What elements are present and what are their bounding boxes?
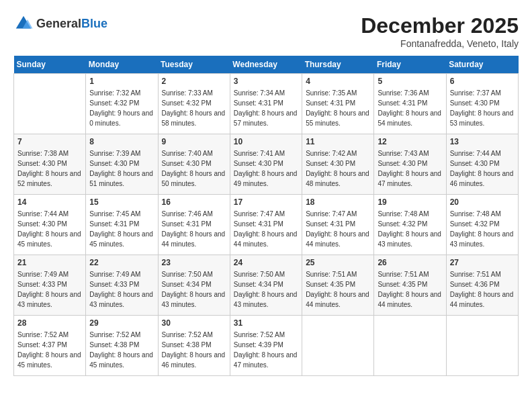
week-row-5: 28Sunrise: 7:52 AMSunset: 4:37 PMDayligh…: [14, 316, 519, 376]
day-number: 12: [378, 137, 442, 146]
col-tuesday: Tuesday: [158, 56, 230, 74]
day-number: 2: [162, 77, 226, 86]
cell-info: Sunrise: 7:51 AMSunset: 4:35 PMDaylight:…: [378, 269, 442, 310]
header-row: Sunday Monday Tuesday Wednesday Thursday…: [14, 56, 519, 74]
calendar-cell: 7Sunrise: 7:38 AMSunset: 4:30 PMDaylight…: [14, 134, 86, 195]
calendar-cell: [446, 316, 518, 376]
week-row-4: 21Sunrise: 7:49 AMSunset: 4:33 PMDayligh…: [14, 255, 519, 316]
cell-info: Sunrise: 7:32 AMSunset: 4:32 PMDaylight:…: [89, 88, 154, 128]
calendar-cell: 26Sunrise: 7:51 AMSunset: 4:35 PMDayligh…: [374, 255, 446, 316]
month-title: December 2025: [361, 13, 519, 38]
calendar-cell: 2Sunrise: 7:33 AMSunset: 4:32 PMDaylight…: [158, 74, 230, 134]
col-thursday: Thursday: [302, 56, 374, 74]
calendar-cell: 20Sunrise: 7:48 AMSunset: 4:32 PMDayligh…: [446, 195, 518, 255]
col-wednesday: Wednesday: [230, 56, 302, 74]
day-number: 6: [450, 77, 515, 86]
logo: GeneralBlue: [13, 13, 107, 34]
cell-info: Sunrise: 7:50 AMSunset: 4:34 PMDaylight:…: [234, 269, 298, 310]
day-number: 10: [234, 137, 298, 146]
day-number: 23: [162, 258, 226, 267]
cell-info: Sunrise: 7:48 AMSunset: 4:32 PMDaylight:…: [378, 209, 442, 249]
logo-icon: [13, 13, 34, 34]
day-number: 9: [162, 137, 226, 146]
day-number: 30: [162, 318, 226, 328]
calendar-cell: 31Sunrise: 7:52 AMSunset: 4:39 PMDayligh…: [230, 316, 302, 376]
calendar-cell: 25Sunrise: 7:51 AMSunset: 4:35 PMDayligh…: [302, 255, 374, 316]
day-number: 17: [234, 197, 298, 207]
day-number: 8: [89, 137, 154, 146]
cell-info: Sunrise: 7:40 AMSunset: 4:30 PMDaylight:…: [162, 148, 226, 189]
day-number: 31: [234, 318, 298, 328]
day-number: 14: [17, 197, 82, 207]
calendar-cell: 24Sunrise: 7:50 AMSunset: 4:34 PMDayligh…: [230, 255, 302, 316]
calendar-cell: 1Sunrise: 7:32 AMSunset: 4:32 PMDaylight…: [86, 74, 158, 134]
calendar-cell: 10Sunrise: 7:41 AMSunset: 4:30 PMDayligh…: [230, 134, 302, 195]
calendar-cell: 6Sunrise: 7:37 AMSunset: 4:30 PMDaylight…: [446, 74, 518, 134]
cell-info: Sunrise: 7:36 AMSunset: 4:31 PMDaylight:…: [378, 88, 442, 128]
col-monday: Monday: [86, 56, 158, 74]
calendar-cell: 17Sunrise: 7:47 AMSunset: 4:31 PMDayligh…: [230, 195, 302, 255]
cell-info: Sunrise: 7:49 AMSunset: 4:33 PMDaylight:…: [89, 269, 154, 310]
calendar-cell: 16Sunrise: 7:46 AMSunset: 4:31 PMDayligh…: [158, 195, 230, 255]
cell-info: Sunrise: 7:50 AMSunset: 4:34 PMDaylight:…: [162, 269, 226, 310]
calendar-cell: 13Sunrise: 7:44 AMSunset: 4:30 PMDayligh…: [446, 134, 518, 195]
calendar-cell: [302, 316, 374, 376]
cell-info: Sunrise: 7:37 AMSunset: 4:30 PMDaylight:…: [450, 88, 515, 128]
location-title: Fontanafredda, Veneto, Italy: [361, 38, 519, 49]
day-number: 24: [234, 258, 298, 267]
calendar-cell: 23Sunrise: 7:50 AMSunset: 4:34 PMDayligh…: [158, 255, 230, 316]
day-number: 25: [306, 258, 370, 267]
calendar-cell: 11Sunrise: 7:42 AMSunset: 4:30 PMDayligh…: [302, 134, 374, 195]
calendar-cell: 22Sunrise: 7:49 AMSunset: 4:33 PMDayligh…: [86, 255, 158, 316]
calendar-cell: 8Sunrise: 7:39 AMSunset: 4:30 PMDaylight…: [86, 134, 158, 195]
day-number: 5: [378, 77, 442, 86]
calendar-cell: 21Sunrise: 7:49 AMSunset: 4:33 PMDayligh…: [14, 255, 86, 316]
cell-info: Sunrise: 7:49 AMSunset: 4:33 PMDaylight:…: [17, 269, 82, 310]
week-row-2: 7Sunrise: 7:38 AMSunset: 4:30 PMDaylight…: [14, 134, 519, 195]
calendar-cell: 4Sunrise: 7:35 AMSunset: 4:31 PMDaylight…: [302, 74, 374, 134]
calendar-cell: 15Sunrise: 7:45 AMSunset: 4:31 PMDayligh…: [86, 195, 158, 255]
cell-info: Sunrise: 7:42 AMSunset: 4:30 PMDaylight:…: [306, 148, 370, 189]
logo-general: General: [36, 17, 81, 30]
cell-info: Sunrise: 7:39 AMSunset: 4:30 PMDaylight:…: [89, 148, 154, 189]
day-number: 13: [450, 137, 515, 146]
cell-info: Sunrise: 7:44 AMSunset: 4:30 PMDaylight:…: [450, 148, 515, 189]
calendar-cell: [14, 74, 86, 134]
calendar-cell: 27Sunrise: 7:51 AMSunset: 4:36 PMDayligh…: [446, 255, 518, 316]
day-number: 29: [89, 318, 154, 328]
cell-info: Sunrise: 7:52 AMSunset: 4:37 PMDaylight:…: [17, 330, 82, 370]
cell-info: Sunrise: 7:46 AMSunset: 4:31 PMDaylight:…: [162, 209, 226, 249]
day-number: 27: [450, 258, 515, 267]
cell-info: Sunrise: 7:35 AMSunset: 4:31 PMDaylight:…: [306, 88, 370, 128]
cell-info: Sunrise: 7:52 AMSunset: 4:39 PMDaylight:…: [234, 330, 298, 370]
day-number: 22: [89, 258, 154, 267]
calendar-cell: 18Sunrise: 7:47 AMSunset: 4:31 PMDayligh…: [302, 195, 374, 255]
day-number: 26: [378, 258, 442, 267]
cell-info: Sunrise: 7:38 AMSunset: 4:30 PMDaylight:…: [17, 148, 82, 189]
day-number: 7: [17, 137, 82, 146]
cell-info: Sunrise: 7:41 AMSunset: 4:30 PMDaylight:…: [234, 148, 298, 189]
calendar-cell: [374, 316, 446, 376]
calendar-cell: 3Sunrise: 7:34 AMSunset: 4:31 PMDaylight…: [230, 74, 302, 134]
week-row-1: 1Sunrise: 7:32 AMSunset: 4:32 PMDaylight…: [14, 74, 519, 134]
calendar-cell: 29Sunrise: 7:52 AMSunset: 4:38 PMDayligh…: [86, 316, 158, 376]
calendar-cell: 30Sunrise: 7:52 AMSunset: 4:38 PMDayligh…: [158, 316, 230, 376]
day-number: 21: [17, 258, 82, 267]
cell-info: Sunrise: 7:45 AMSunset: 4:31 PMDaylight:…: [89, 209, 154, 249]
calendar-cell: 5Sunrise: 7:36 AMSunset: 4:31 PMDaylight…: [374, 74, 446, 134]
calendar-cell: 12Sunrise: 7:43 AMSunset: 4:30 PMDayligh…: [374, 134, 446, 195]
calendar-cell: 14Sunrise: 7:44 AMSunset: 4:30 PMDayligh…: [14, 195, 86, 255]
cell-info: Sunrise: 7:43 AMSunset: 4:30 PMDaylight:…: [378, 148, 442, 189]
col-saturday: Saturday: [446, 56, 518, 74]
col-friday: Friday: [374, 56, 446, 74]
day-number: 20: [450, 197, 515, 207]
day-number: 18: [306, 197, 370, 207]
header: GeneralBlue December 2025 Fontanafredda,…: [13, 13, 519, 49]
cell-info: Sunrise: 7:47 AMSunset: 4:31 PMDaylight:…: [234, 209, 298, 249]
calendar-cell: 28Sunrise: 7:52 AMSunset: 4:37 PMDayligh…: [14, 316, 86, 376]
day-number: 11: [306, 137, 370, 146]
day-number: 16: [162, 197, 226, 207]
cell-info: Sunrise: 7:48 AMSunset: 4:32 PMDaylight:…: [450, 209, 515, 249]
calendar-cell: 9Sunrise: 7:40 AMSunset: 4:30 PMDaylight…: [158, 134, 230, 195]
cell-info: Sunrise: 7:33 AMSunset: 4:32 PMDaylight:…: [162, 88, 226, 128]
